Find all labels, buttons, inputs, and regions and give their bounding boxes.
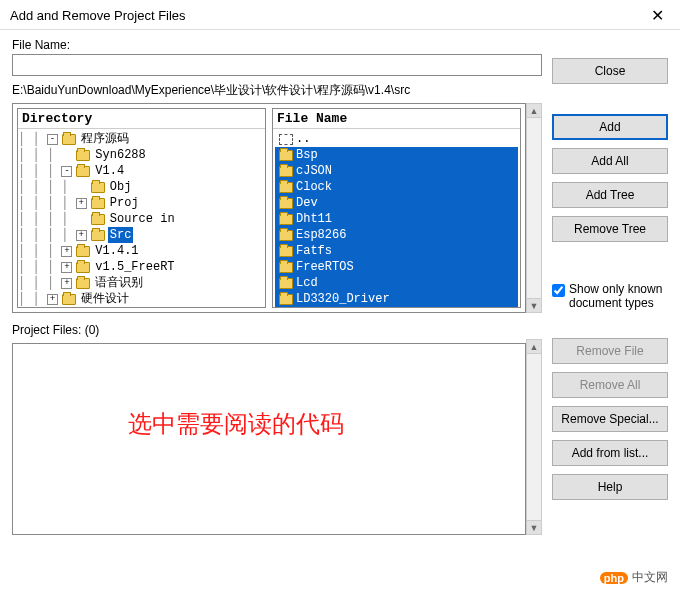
add-button[interactable]: Add [552, 114, 668, 140]
folder-icon [279, 278, 293, 289]
folder-icon [279, 230, 293, 241]
tree-node[interactable]: │ │ │ │ +Proj [18, 195, 265, 211]
add-all-button[interactable]: Add All [552, 148, 668, 174]
tree-label[interactable]: v1.5_FreeRT [93, 259, 176, 275]
expand-icon[interactable]: + [61, 246, 72, 257]
file-label: FreeRTOS [296, 259, 354, 275]
remove-all-button[interactable]: Remove All [552, 372, 668, 398]
help-button[interactable]: Help [552, 474, 668, 500]
directory-header: Directory [18, 109, 265, 129]
file-label: Esp8266 [296, 227, 346, 243]
file-row[interactable]: Fatfs [275, 243, 518, 259]
file-row[interactable]: Clock [275, 179, 518, 195]
scroll-down-icon[interactable]: ▼ [527, 520, 541, 534]
file-label: Dev [296, 195, 318, 211]
tree-label[interactable]: 硬件设计 [79, 291, 131, 307]
folder-icon [76, 166, 90, 177]
filename-label: File Name: [12, 38, 542, 52]
file-row[interactable]: FreeRTOS [275, 259, 518, 275]
project-files-list[interactable] [12, 343, 526, 535]
file-pane[interactable]: File Name ..BspcJSONClockDevDht11Esp8266… [272, 108, 521, 308]
collapse-icon[interactable]: - [47, 134, 58, 145]
file-row[interactable]: Esp8266 [275, 227, 518, 243]
folder-icon [76, 150, 90, 161]
side-column: Close Add Add All Add Tree Remove Tree S… [552, 38, 668, 535]
close-icon[interactable]: ✕ [645, 6, 670, 25]
add-tree-button[interactable]: Add Tree [552, 182, 668, 208]
tree-node[interactable]: │ │ -程序源码 [18, 131, 265, 147]
folder-icon [76, 278, 90, 289]
folder-icon [279, 294, 293, 305]
close-button[interactable]: Close [552, 58, 668, 84]
folder-icon [279, 246, 293, 257]
file-row[interactable]: cJSON [275, 163, 518, 179]
watermark-badge: php [600, 572, 628, 584]
folder-icon [279, 198, 293, 209]
expand-icon[interactable]: + [61, 262, 72, 273]
folder-icon [279, 214, 293, 225]
browser-panes: Directory │ │ -程序源码│ │ │ Syn6288│ │ │ -V… [12, 103, 526, 313]
tree-node[interactable]: │ │ │ +v1.5_FreeRT [18, 259, 265, 275]
file-label: Clock [296, 179, 332, 195]
annotation-arrow [0, 547, 680, 594]
folder-icon [91, 182, 105, 193]
tree-label[interactable]: Source in [108, 211, 177, 227]
tree-node[interactable]: │ │ │ +语音识别 [18, 275, 265, 291]
folder-icon [62, 294, 76, 305]
expand-icon[interactable]: + [76, 198, 87, 209]
remove-tree-button[interactable]: Remove Tree [552, 216, 668, 242]
tree-label[interactable]: Syn6288 [93, 147, 147, 163]
tree-node[interactable]: │ │ │ │ Source in [18, 211, 265, 227]
file-row[interactable]: Lcd [275, 275, 518, 291]
expand-icon[interactable]: + [61, 278, 72, 289]
tree-label[interactable]: 语音识别 [93, 275, 145, 291]
current-path: E:\BaiduYunDownload\MyExperience\毕业设计\软件… [12, 82, 542, 99]
tree-label[interactable]: Src [108, 227, 134, 243]
file-label: Bsp [296, 147, 318, 163]
scroll-up-icon[interactable]: ▲ [527, 104, 541, 118]
folder-icon [279, 262, 293, 273]
file-row[interactable]: Dev [275, 195, 518, 211]
tree-node[interactable]: │ │ │ │ Obj [18, 179, 265, 195]
tree-label[interactable]: V1.4.1 [93, 243, 140, 259]
tree-label[interactable]: V1.4 [93, 163, 126, 179]
tree-node[interactable]: │ │ │ +V1.4.1 [18, 243, 265, 259]
show-known-types-checkbox[interactable]: Show only known document types [552, 282, 668, 310]
tree-node[interactable]: │ │ +硬件设计 [18, 291, 265, 307]
collapse-icon[interactable]: - [61, 166, 72, 177]
file-row[interactable]: .. [275, 131, 518, 147]
panes-scrollbar[interactable]: ▲ ▼ [526, 103, 542, 313]
file-row[interactable]: Bsp [275, 147, 518, 163]
directory-pane[interactable]: Directory │ │ -程序源码│ │ │ Syn6288│ │ │ -V… [17, 108, 266, 308]
add-from-list-button[interactable]: Add from list... [552, 440, 668, 466]
remove-special-button[interactable]: Remove Special... [552, 406, 668, 432]
file-row[interactable]: Dht11 [275, 211, 518, 227]
remove-file-button[interactable]: Remove File [552, 338, 668, 364]
tree-label[interactable]: Obj [108, 179, 134, 195]
scroll-up-icon[interactable]: ▲ [527, 340, 541, 354]
watermark-text: 中文网 [632, 569, 668, 586]
expand-icon[interactable]: + [47, 294, 58, 305]
tree-node[interactable]: │ │ │ -V1.4 [18, 163, 265, 179]
directory-tree[interactable]: │ │ -程序源码│ │ │ Syn6288│ │ │ -V1.4│ │ │ │… [18, 129, 265, 308]
tree-label[interactable]: Proj [108, 195, 141, 211]
tree-node[interactable]: │ │ │ │ +Src [18, 227, 265, 243]
file-label: .. [296, 131, 310, 147]
tree-label[interactable]: 程序源码 [79, 131, 131, 147]
titlebar: Add and Remove Project Files ✕ [0, 0, 680, 30]
folder-icon [91, 198, 105, 209]
scroll-down-icon[interactable]: ▼ [527, 298, 541, 312]
file-list[interactable]: ..BspcJSONClockDevDht11Esp8266FatfsFreeR… [273, 129, 520, 308]
file-row[interactable]: LD3320_Driver [275, 291, 518, 307]
folder-icon [76, 262, 90, 273]
tree-node[interactable]: │ │ │ Syn6288 [18, 147, 265, 163]
checkbox-input[interactable] [552, 284, 565, 297]
folder-icon [76, 246, 90, 257]
folder-icon [62, 134, 76, 145]
file-label: cJSON [296, 163, 332, 179]
file-label: LD3320_Driver [296, 291, 390, 307]
project-scrollbar[interactable]: ▲ ▼ [526, 339, 542, 535]
main-column: File Name: E:\BaiduYunDownload\MyExperie… [12, 38, 542, 535]
expand-icon[interactable]: + [76, 230, 87, 241]
filename-input[interactable] [12, 54, 542, 76]
